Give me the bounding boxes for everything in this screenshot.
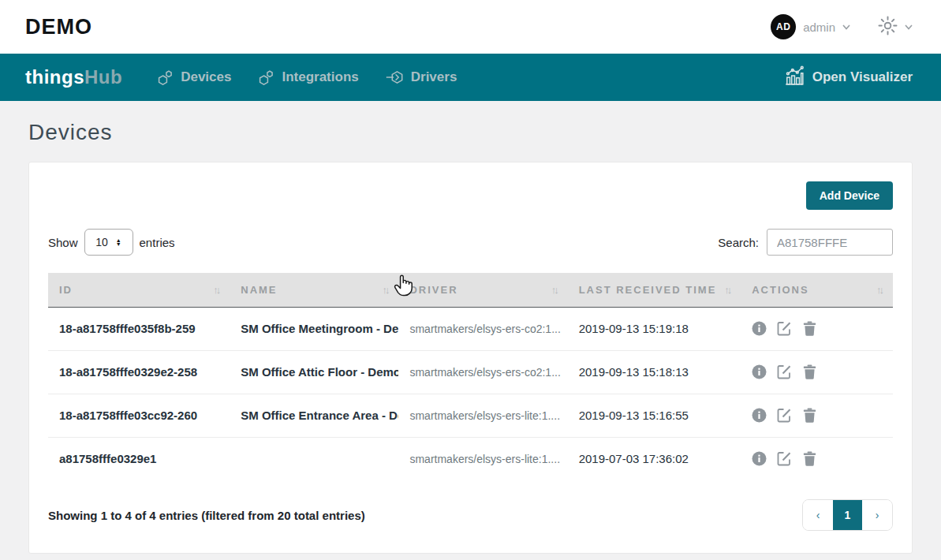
gear-icon[interactable]: [877, 15, 898, 39]
search-input[interactable]: [767, 229, 893, 256]
devices-card: Add Device Show 10 ▲▼ entries Search: ID…: [28, 162, 913, 554]
info-icon[interactable]: [752, 408, 767, 423]
column-header-driver[interactable]: DRIVER↑↓: [398, 273, 567, 307]
trash-icon[interactable]: [802, 364, 817, 379]
trash-icon[interactable]: [802, 408, 817, 423]
hexagons-icon: [157, 69, 174, 86]
page-size-select[interactable]: 10 ▲▼: [84, 229, 133, 256]
info-icon[interactable]: [752, 321, 767, 336]
top-header: DEMO AD admin: [0, 0, 941, 54]
visualizer-label: Open Visualizer: [812, 69, 913, 85]
chart-icon: [784, 65, 805, 90]
pagination: ‹ 1 ›: [802, 499, 893, 531]
settings-menu[interactable]: [877, 15, 913, 39]
user-name: admin: [803, 21, 835, 34]
table-row: 18-a81758fffe0329e2-258 SM Office Attic …: [48, 350, 893, 394]
column-header-actions[interactable]: ACTIONS↑↓: [741, 273, 893, 307]
entries-summary: Showing 1 to 4 of 4 entries (filtered fr…: [48, 509, 365, 522]
device-name-cell: SM Office Meetingroom - De...: [230, 307, 398, 350]
next-page-button[interactable]: ›: [862, 500, 892, 530]
main-navbar: thingsHub Devices Integrations: [0, 54, 941, 101]
device-name-cell: [230, 437, 398, 480]
devices-table: ID↑↓ NAME↑↓ DRIVER↑↓ LAST RECEIVED TIME↑…: [48, 273, 893, 480]
nav-item-devices[interactable]: Devices: [157, 69, 231, 86]
tenant-brand: DEMO: [25, 15, 92, 39]
sort-icon[interactable]: ↑↓: [724, 284, 733, 296]
hexagons-icon: [258, 69, 274, 86]
nav-label: Drivers: [411, 69, 457, 85]
page-size-value: 10: [95, 236, 108, 248]
device-id-cell: 18-a81758fffe0329e2-258: [48, 350, 230, 394]
page-title: Devices: [28, 120, 913, 145]
column-header-name[interactable]: NAME↑↓: [230, 273, 398, 307]
add-device-button[interactable]: Add Device: [806, 181, 893, 210]
table-row: 18-a81758fffe035f8b-259 SM Office Meetin…: [48, 307, 893, 350]
last-received-time-cell: 2019-07-03 17:36:02: [568, 437, 741, 480]
device-driver-cell: smartmakers/elsys-ers-co2:1...: [398, 350, 567, 394]
info-icon[interactable]: [752, 364, 767, 379]
edit-icon[interactable]: [777, 408, 792, 423]
nav-item-drivers[interactable]: Drivers: [386, 69, 457, 85]
avatar[interactable]: AD: [771, 14, 796, 39]
select-stepper-icon: ▲▼: [116, 238, 121, 246]
edit-icon[interactable]: [777, 451, 792, 466]
nav-label: Integrations: [282, 69, 358, 85]
device-id-cell: a81758fffe0329e1: [48, 437, 230, 480]
sort-icon[interactable]: ↑↓: [876, 284, 885, 296]
page-1-button[interactable]: 1: [833, 500, 862, 530]
edit-icon[interactable]: [777, 321, 792, 336]
entries-label: entries: [140, 236, 175, 249]
device-driver-cell: smartmakers/elsys-ers-co2:1...: [398, 307, 567, 350]
device-id-cell: 18-a81758fffe03cc92-260: [48, 394, 230, 437]
table-row: 18-a81758fffe03cc92-260 SM Office Entran…: [48, 394, 893, 437]
open-visualizer-button[interactable]: Open Visualizer: [784, 65, 913, 90]
user-menu[interactable]: AD admin: [771, 14, 850, 39]
prev-page-button[interactable]: ‹: [803, 500, 833, 530]
device-name-cell: SM Office Attic Floor - Demo ...: [230, 350, 398, 394]
device-driver-cell: smartmakers/elsys-ers-lite:1....: [398, 437, 567, 480]
column-header-last-received-time[interactable]: LAST RECEIVED TIME↑↓: [568, 273, 741, 307]
info-icon[interactable]: [752, 451, 767, 466]
sort-icon[interactable]: ↑↓: [551, 284, 560, 296]
sort-icon[interactable]: ↑↓: [382, 284, 390, 296]
thingshub-logo[interactable]: thingsHub: [25, 66, 122, 88]
trash-icon[interactable]: [802, 321, 817, 336]
device-driver-cell: smartmakers/elsys-ers-lite:1....: [398, 394, 567, 437]
sort-icon[interactable]: ↑↓: [213, 284, 222, 296]
hexagon-arrow-icon: [386, 69, 404, 85]
show-label: Show: [48, 236, 78, 249]
chevron-down-icon: [842, 24, 850, 30]
table-header-row: ID↑↓ NAME↑↓ DRIVER↑↓ LAST RECEIVED TIME↑…: [48, 273, 893, 307]
last-received-time-cell: 2019-09-13 15:16:55: [568, 394, 741, 437]
search-label: Search:: [718, 236, 759, 249]
last-received-time-cell: 2019-09-13 15:19:18: [568, 307, 741, 350]
device-id-cell: 18-a81758fffe035f8b-259: [48, 307, 230, 350]
nav-label: Devices: [181, 69, 231, 85]
nav-item-integrations[interactable]: Integrations: [258, 69, 358, 86]
edit-icon[interactable]: [777, 364, 792, 379]
trash-icon[interactable]: [802, 451, 817, 466]
table-row: a81758fffe0329e1 smartmakers/elsys-ers-l…: [48, 437, 893, 480]
column-header-id[interactable]: ID↑↓: [48, 273, 230, 307]
chevron-down-icon: [905, 24, 913, 30]
last-received-time-cell: 2019-09-13 15:18:13: [568, 350, 741, 394]
device-name-cell: SM Office Entrance Area - De...: [230, 394, 398, 437]
